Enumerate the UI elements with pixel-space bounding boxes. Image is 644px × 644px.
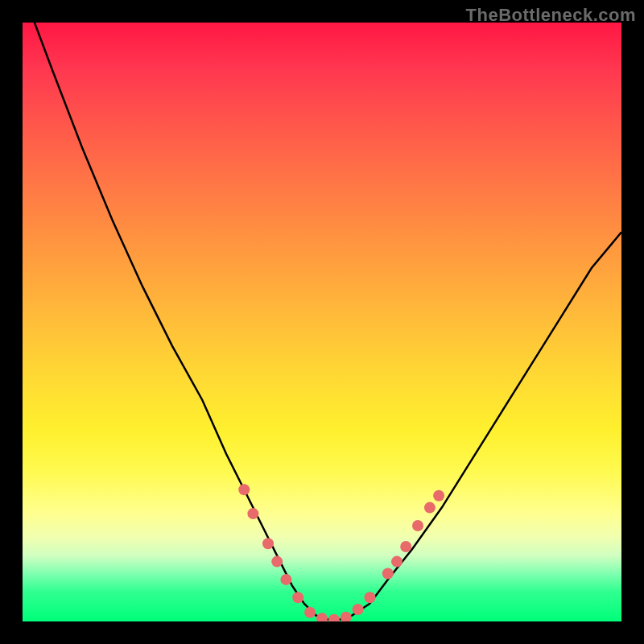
chart-plot-area xyxy=(23,23,621,621)
marker-point xyxy=(271,556,283,568)
marker-point xyxy=(328,614,340,621)
marker-point xyxy=(382,568,394,580)
marker-point xyxy=(400,541,411,552)
chart-svg xyxy=(23,23,621,621)
curve-markers xyxy=(238,484,444,621)
marker-point xyxy=(424,502,436,514)
marker-point xyxy=(280,574,291,585)
marker-point xyxy=(365,592,376,603)
marker-point xyxy=(341,612,352,621)
marker-point xyxy=(433,490,444,502)
marker-point xyxy=(316,613,328,621)
marker-point xyxy=(353,604,364,615)
watermark-text: TheBottleneck.com xyxy=(466,5,636,26)
marker-point xyxy=(391,556,402,568)
marker-point xyxy=(247,508,258,519)
marker-point xyxy=(304,607,316,618)
marker-point xyxy=(238,484,250,495)
marker-point xyxy=(292,592,303,603)
bottleneck-curve xyxy=(35,23,621,621)
marker-point xyxy=(262,538,274,549)
marker-point xyxy=(412,520,423,531)
